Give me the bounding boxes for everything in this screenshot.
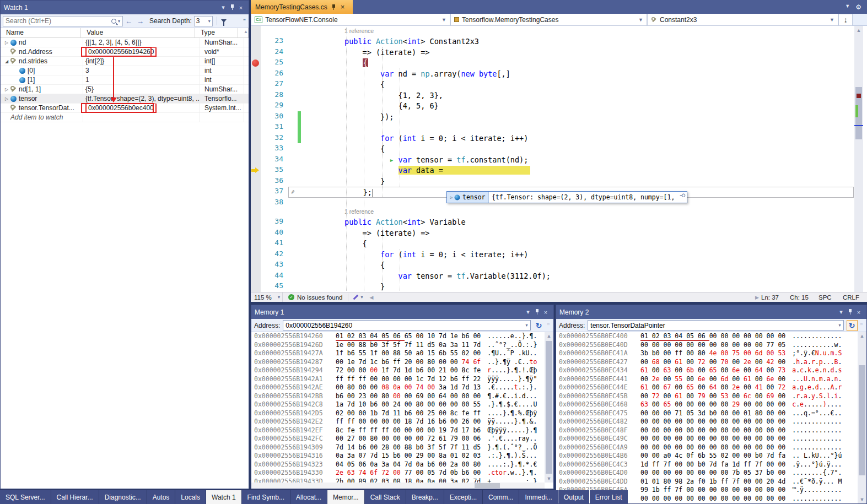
- watch-value[interactable]: {[[1, 2, 3], [4, 5, 6]]}: [85, 39, 141, 46]
- tool-tab-comm[interactable]: Comm...: [483, 490, 519, 504]
- memory-row[interactable]: 0x000002556B1942FC00 27 00 80 00 00 00 0…: [254, 435, 544, 443]
- expander-icon[interactable]: ▷: [3, 96, 10, 101]
- memory-bytes[interactable]: 00 00 00 00 00 00 00 00 7b 05 37 b0 00: [640, 469, 785, 478]
- expander-icon[interactable]: ▷: [3, 40, 10, 45]
- memory-bytes[interactable]: 3b b0 00 ff 00 80 4e 00 75 00 6d 00 53: [640, 349, 785, 358]
- watch-value[interactable]: {tf.Tensor: shape=(2, 3), dtype=uint8, .…: [85, 95, 200, 102]
- memory-row[interactable]: 0x000002556B0EC44E61 00 67 00 65 00 64 0…: [559, 383, 857, 392]
- code-line[interactable]: 42for (int i = 0; i < iterate; i++): [251, 250, 867, 261]
- tool-tab-sql-server[interactable]: SQL Server...: [0, 490, 51, 504]
- watch-titlebar[interactable]: Watch 1 ▾ ×: [1, 1, 249, 14]
- watch-value[interactable]: 0x000002556b194260: [85, 47, 157, 57]
- tool-tab-excepti[interactable]: Excepti...: [444, 490, 482, 504]
- memory-bytes[interactable]: 01 02 03 04 05 06 65 00 10 7d 1e b6 00: [336, 332, 481, 341]
- memory-row[interactable]: 0x000002556B0EC4DD01 01 80 98 2a f0 1b f…: [559, 478, 857, 486]
- member-dropdown[interactable]: Constant2x3▼: [647, 14, 838, 26]
- toolbar-overflow-icon[interactable]: ❞: [243, 18, 246, 24]
- status-line-ending[interactable]: CRLF: [843, 294, 867, 301]
- tool-tab-diagnostic[interactable]: Diagnostic...: [99, 490, 147, 504]
- scroll-up-icon[interactable]: ▲: [545, 333, 553, 339]
- scroll-up-icon[interactable]: ▲: [854, 28, 863, 33]
- breakpoint-margin[interactable]: [251, 144, 261, 155]
- status-column[interactable]: Ch: 15: [790, 294, 818, 301]
- memory-row[interactable]: 0x000002556B19428700 1e 7d 1c b6 ff 20 0…: [254, 358, 544, 367]
- search-dropdown-icon[interactable]: ▾: [118, 19, 120, 24]
- pin-icon[interactable]: [532, 308, 541, 316]
- memory-bytes[interactable]: 2e 63 74 6f 72 00 77 00 05 7d 0b b6 00: [336, 469, 481, 478]
- docwell-dropdown-icon[interactable]: ▼: [845, 3, 850, 11]
- expander-icon[interactable]: ▷: [449, 195, 454, 200]
- tool-tab-output[interactable]: Output: [558, 490, 589, 504]
- memory-bytes[interactable]: 00 2e 00 55 00 6e 00 6d 00 61 00 6e 00: [640, 375, 785, 384]
- breakpoint-margin[interactable]: [251, 165, 261, 176]
- memory-row[interactable]: 0x000002556B0EC48F00 00 00 00 00 00 00 0…: [559, 426, 857, 435]
- memory2-address-input[interactable]: [588, 322, 836, 329]
- memory-row[interactable]: 0x000002556B19426D1e 00 88 b0 3f 5f 7f 1…: [254, 341, 544, 350]
- tool-tab-error-list[interactable]: Error List: [590, 490, 628, 504]
- memory-bytes[interactable]: 00 1e 7d 1c b6 ff 20 00 80 00 00 74 6f: [336, 358, 481, 367]
- memory-row[interactable]: 0x000002556B0EC4C31d ff 7f 00 00 b0 7d f…: [559, 460, 857, 469]
- gear-icon[interactable]: ⚙: [855, 3, 861, 11]
- memory-bytes[interactable]: 04 05 06 0a 3a 04 7d 0a b6 00 2a 00 80: [336, 460, 481, 469]
- column-value[interactable]: Value: [81, 28, 195, 37]
- memory2-scrollbar[interactable]: ▲ ▼: [858, 332, 866, 503]
- memory-bytes[interactable]: 00 00 00 00 00 00 00 00 00 00 00 00 00: [640, 443, 785, 452]
- tool-tab-breakp[interactable]: Breakp...: [406, 490, 444, 504]
- address-combo[interactable]: ▾: [588, 320, 843, 330]
- memory2-hex-view[interactable]: 0x000002556B0EC40001 02 03 04 05 06 00 0…: [559, 332, 857, 503]
- watch-value[interactable]: 3: [85, 67, 89, 74]
- close-icon[interactable]: ×: [541, 309, 550, 316]
- breakpoint-margin[interactable]: [251, 79, 261, 90]
- search-back-icon[interactable]: ←: [125, 17, 132, 25]
- code-cleanup-button[interactable]: ▾: [348, 295, 367, 300]
- breakpoint-icon[interactable]: [252, 59, 259, 67]
- code-line[interactable]: 43{: [251, 260, 867, 271]
- memory-bytes[interactable]: 01 01 80 98 2a f0 1b ff 7f 00 00 20 4d: [640, 478, 785, 486]
- memory-bytes[interactable]: 00 00 00 71 05 3d b0 00 00 01 80 00 00: [640, 409, 785, 418]
- memory-row[interactable]: 0x000002556B1942A1ff ff ff 00 00 00 00 1…: [254, 375, 544, 384]
- tool-tab-find-symb[interactable]: Find Symb...: [242, 490, 290, 504]
- watch-value[interactable]: 1: [85, 76, 89, 84]
- memory-row[interactable]: 0x000002556B1942D502 00 00 1b 7d 11 b6 0…: [254, 409, 544, 418]
- memory-row[interactable]: 0x000002556B0EC46863 00 65 00 00 00 00 0…: [559, 400, 857, 409]
- memory-row[interactable]: 0x000002556B0EC4A900 00 00 00 00 00 00 0…: [559, 443, 857, 452]
- search-box[interactable]: ▾: [3, 16, 123, 26]
- code-line[interactable]: 34▸var tensor = tf.constant(nd);: [251, 155, 867, 166]
- memory-row[interactable]: 0x000002556B0EC40001 02 03 04 05 06 00 0…: [559, 332, 857, 341]
- watch-row[interactable]: ▷nd{[[1, 2, 3], [4, 5, 6]]}NumShar...: [1, 38, 249, 47]
- memory1-titlebar[interactable]: Memory 1 ▾ ×: [251, 305, 553, 319]
- breakpoint-margin[interactable]: [251, 250, 261, 261]
- memory1-address-input[interactable]: [283, 322, 523, 329]
- memory-bytes[interactable]: 99 1b ff 7f 00 00 00 00 00 00 00 00 00: [640, 486, 785, 495]
- pin-icon[interactable]: [228, 3, 236, 12]
- scroll-up-icon[interactable]: ▲: [238, 28, 249, 37]
- scroll-down-icon[interactable]: ▼: [545, 476, 553, 481]
- memory-row[interactable]: 0x000002556B19432304 05 06 0a 3a 04 7d 0…: [254, 460, 544, 469]
- breakpoint-margin[interactable]: [251, 58, 261, 69]
- memory-row[interactable]: 0x000002556B1942AE00 80 00 00 08 0a 00 7…: [254, 383, 544, 392]
- breakpoint-margin[interactable]: [251, 239, 261, 250]
- document-health[interactable]: ✓ No issues found: [283, 294, 348, 301]
- tab-pin-icon[interactable]: [331, 3, 336, 10]
- watch-value[interactable]: {5}: [85, 85, 94, 93]
- tool-tab-watch-1[interactable]: Watch 1: [206, 490, 241, 504]
- code-line[interactable]: 32for (int i = 0; i < iterate; i++): [251, 133, 867, 144]
- code-line[interactable]: 44var tensor = tf.Variable(3112.0f);: [251, 271, 867, 282]
- memory-row[interactable]: 0x000002556B0EC47500 00 00 71 05 3d b0 0…: [559, 409, 857, 418]
- memory-bytes[interactable]: 00 00 00 00 00 00 00 00 00 00 00 77 05: [640, 341, 785, 350]
- memory-bytes[interactable]: 00 80 00 00 08 0a 00 74 00 3a 1d 7d 13: [336, 383, 481, 392]
- scroll-left-icon[interactable]: ◀: [369, 295, 373, 300]
- memory-row[interactable]: 0x000002556B1942E2ff ff 00 00 00 00 18 7…: [254, 418, 544, 426]
- breakpoint-margin[interactable]: [251, 281, 261, 292]
- code-line[interactable]: 25{: [251, 58, 867, 69]
- memory-row[interactable]: 0x000002556B0EC48200 00 00 00 00 00 00 0…: [559, 418, 857, 426]
- tool-tab-call-hierar[interactable]: Call Hierar...: [51, 490, 99, 504]
- memory-row[interactable]: 0x000002556B0EC45B00 72 00 61 00 79 00 5…: [559, 392, 857, 401]
- codelens-references[interactable]: 1 reference: [251, 28, 867, 36]
- close-icon[interactable]: ×: [236, 4, 245, 11]
- memory-row[interactable]: 0x000002556B1942EF8c fe ff ff ff 00 00 0…: [254, 426, 544, 435]
- breakpoint-margin[interactable]: [251, 36, 261, 47]
- expander-icon[interactable]: ▷: [3, 87, 10, 92]
- breakpoint-margin[interactable]: [251, 101, 261, 112]
- watch-row[interactable]: [0]3int: [1, 66, 249, 75]
